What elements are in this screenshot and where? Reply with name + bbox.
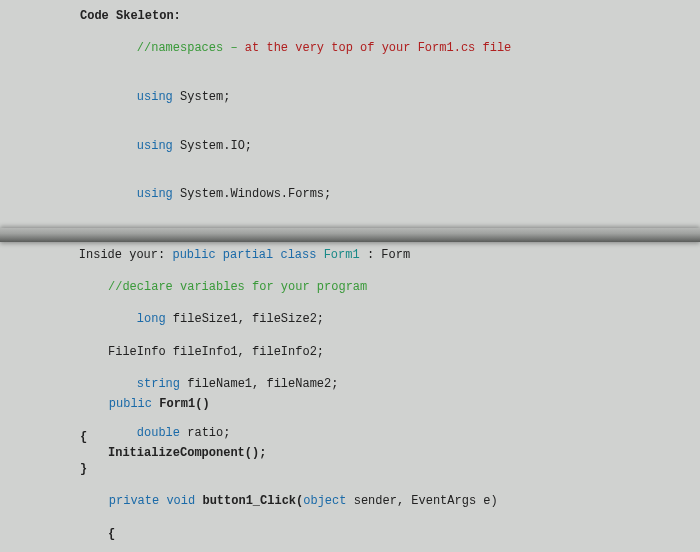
- kw-object: object: [303, 494, 353, 508]
- var-filesize: long fileSize1, fileSize2;: [80, 295, 700, 344]
- var-names: fileSize1, fileSize2;: [173, 312, 324, 326]
- kw-private-void: private void: [109, 494, 203, 508]
- page-divider: [0, 228, 700, 242]
- kw-public-partial-class: public partial class: [172, 248, 323, 262]
- ns-system: System;: [180, 90, 230, 104]
- brace-open: {: [80, 429, 691, 445]
- brace-close: }: [80, 461, 691, 477]
- ns-comment-slashes: //namespaces –: [137, 41, 245, 55]
- kw-using: using: [137, 90, 180, 104]
- using-system: using System;: [80, 73, 700, 122]
- ns-system-windows-forms: System.Windows.Forms;: [180, 187, 331, 201]
- open-file-dialog-new: OpenFileDialog openFileDialog1 = new Ope…: [80, 542, 691, 552]
- var-fileinfo: FileInfo fileInfo1, fileInfo2;: [80, 344, 700, 360]
- kw-using: using: [137, 139, 180, 153]
- button1-click-decl: private void button1_Click(object sender…: [80, 477, 691, 526]
- ns-comment-red: at the very top of your Form1.cs file: [245, 41, 511, 55]
- kw-public: public: [109, 397, 159, 411]
- code-heading: Code Skeleton:: [80, 8, 700, 24]
- inherits: : Form: [360, 248, 410, 262]
- using-system-io: using System.IO;: [80, 121, 700, 170]
- params: sender, EventArgs e): [354, 494, 498, 508]
- kw-using: using: [137, 187, 180, 201]
- ns-comment: //namespaces – at the very top of your F…: [80, 24, 700, 73]
- using-system-windows-forms: using System.Windows.Forms;: [80, 170, 700, 219]
- cls-form1: Form1: [324, 248, 360, 262]
- init-component: InitializeComponent();: [80, 445, 691, 461]
- ns-system-io: System.IO;: [180, 139, 252, 153]
- brace-open-2: {: [80, 526, 691, 542]
- kw-long: long: [137, 312, 173, 326]
- inside-pre: Inside your:: [79, 248, 173, 262]
- ctor-name: Form1(): [159, 397, 209, 411]
- code-bottom-block: public Form1() { InitializeComponent(); …: [80, 380, 691, 552]
- method-name: button1_Click(: [202, 494, 303, 508]
- ctor-decl: public Form1(): [80, 380, 691, 429]
- decl-comment: //declare variables for your program: [80, 279, 700, 295]
